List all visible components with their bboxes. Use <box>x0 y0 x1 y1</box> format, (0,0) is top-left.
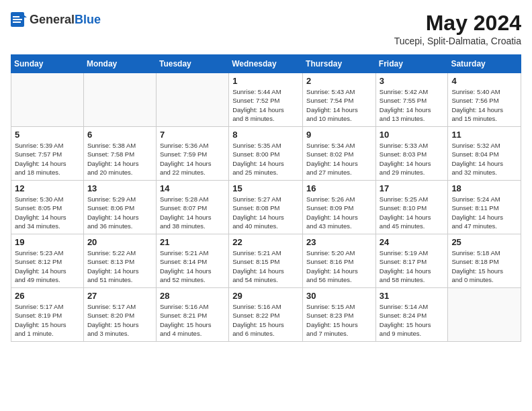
calendar-cell: 6Sunrise: 5:38 AM Sunset: 7:58 PM Daylig… <box>83 127 156 181</box>
day-number: 16 <box>306 183 372 193</box>
calendar-cell: 19Sunrise: 5:23 AM Sunset: 8:12 PM Dayli… <box>11 234 84 288</box>
day-number: 1 <box>232 76 299 86</box>
day-number: 14 <box>160 183 225 193</box>
calendar-cell <box>156 73 228 127</box>
day-number: 25 <box>451 237 517 247</box>
calendar-cell <box>83 73 156 127</box>
day-info: Sunrise: 5:21 AM Sunset: 8:14 PM Dayligh… <box>160 248 225 284</box>
calendar-cell: 3Sunrise: 5:42 AM Sunset: 7:55 PM Daylig… <box>375 73 448 127</box>
day-number: 23 <box>306 237 372 247</box>
day-info: Sunrise: 5:33 AM Sunset: 8:03 PM Dayligh… <box>380 141 445 177</box>
day-number: 11 <box>451 130 517 140</box>
day-info: Sunrise: 5:40 AM Sunset: 7:56 PM Dayligh… <box>451 87 517 123</box>
weekday-header-thursday: Thursday <box>303 55 376 73</box>
day-info: Sunrise: 5:28 AM Sunset: 8:07 PM Dayligh… <box>160 195 225 230</box>
day-info: Sunrise: 5:27 AM Sunset: 8:08 PM Dayligh… <box>232 195 299 230</box>
day-number: 28 <box>160 291 225 301</box>
calendar-cell <box>11 73 84 127</box>
calendar-table: SundayMondayTuesdayWednesdayThursdayFrid… <box>11 54 521 342</box>
day-info: Sunrise: 5:30 AM Sunset: 8:05 PM Dayligh… <box>15 195 80 230</box>
calendar-cell: 18Sunrise: 5:24 AM Sunset: 8:11 PM Dayli… <box>448 181 521 234</box>
day-info: Sunrise: 5:16 AM Sunset: 8:21 PM Dayligh… <box>160 302 225 338</box>
calendar-cell: 20Sunrise: 5:22 AM Sunset: 8:13 PM Dayli… <box>83 234 156 288</box>
calendar-cell: 17Sunrise: 5:25 AM Sunset: 8:10 PM Dayli… <box>375 181 448 234</box>
calendar-cell: 27Sunrise: 5:17 AM Sunset: 8:20 PM Dayli… <box>83 288 156 342</box>
day-number: 13 <box>87 183 152 193</box>
day-info: Sunrise: 5:34 AM Sunset: 8:02 PM Dayligh… <box>306 141 372 177</box>
day-number: 15 <box>232 183 299 193</box>
calendar-cell <box>448 288 521 342</box>
day-info: Sunrise: 5:24 AM Sunset: 8:11 PM Dayligh… <box>451 195 517 230</box>
month-title: May 2024 <box>394 11 521 36</box>
calendar-cell: 22Sunrise: 5:21 AM Sunset: 8:15 PM Dayli… <box>229 234 303 288</box>
svg-rect-3 <box>13 19 22 20</box>
day-number: 26 <box>15 291 80 301</box>
logo-general: General <box>30 13 75 27</box>
calendar-cell: 7Sunrise: 5:36 AM Sunset: 7:59 PM Daylig… <box>156 127 228 181</box>
day-info: Sunrise: 5:32 AM Sunset: 8:04 PM Dayligh… <box>451 141 517 177</box>
day-number: 19 <box>15 237 80 247</box>
day-info: Sunrise: 5:38 AM Sunset: 7:58 PM Dayligh… <box>87 141 152 177</box>
day-number: 18 <box>451 183 517 193</box>
day-info: Sunrise: 5:25 AM Sunset: 8:10 PM Dayligh… <box>380 195 445 230</box>
title-block: May 2024 Tucepi, Split-Dalmatia, Croatia <box>394 11 521 46</box>
weekday-header-saturday: Saturday <box>448 55 521 73</box>
day-number: 29 <box>232 291 299 301</box>
day-info: Sunrise: 5:36 AM Sunset: 7:59 PM Dayligh… <box>160 141 225 177</box>
day-info: Sunrise: 5:42 AM Sunset: 7:55 PM Dayligh… <box>380 87 445 123</box>
logo: General Blue <box>11 11 101 30</box>
day-number: 3 <box>380 76 445 86</box>
calendar-cell: 9Sunrise: 5:34 AM Sunset: 8:02 PM Daylig… <box>303 127 376 181</box>
day-number: 31 <box>380 291 445 301</box>
svg-rect-4 <box>13 21 21 23</box>
day-info: Sunrise: 5:17 AM Sunset: 8:20 PM Dayligh… <box>87 302 152 338</box>
day-number: 27 <box>87 291 152 301</box>
calendar-cell: 2Sunrise: 5:43 AM Sunset: 7:54 PM Daylig… <box>303 73 376 127</box>
calendar-cell: 14Sunrise: 5:28 AM Sunset: 8:07 PM Dayli… <box>156 181 228 234</box>
day-info: Sunrise: 5:35 AM Sunset: 8:00 PM Dayligh… <box>232 141 299 177</box>
day-number: 20 <box>87 237 152 247</box>
calendar-cell: 1Sunrise: 5:44 AM Sunset: 7:52 PM Daylig… <box>229 73 303 127</box>
weekday-header-sunday: Sunday <box>11 55 84 73</box>
calendar-cell: 23Sunrise: 5:20 AM Sunset: 8:16 PM Dayli… <box>303 234 376 288</box>
day-number: 24 <box>380 237 445 247</box>
weekday-header-tuesday: Tuesday <box>156 55 228 73</box>
calendar-cell: 8Sunrise: 5:35 AM Sunset: 8:00 PM Daylig… <box>229 127 303 181</box>
day-info: Sunrise: 5:14 AM Sunset: 8:24 PM Dayligh… <box>380 302 445 338</box>
calendar-week-row-3: 19Sunrise: 5:23 AM Sunset: 8:12 PM Dayli… <box>11 234 521 288</box>
day-info: Sunrise: 5:26 AM Sunset: 8:09 PM Dayligh… <box>306 195 372 230</box>
page-header: General Blue May 2024 Tucepi, Split-Dalm… <box>11 11 521 46</box>
calendar-cell: 24Sunrise: 5:19 AM Sunset: 8:17 PM Dayli… <box>375 234 448 288</box>
calendar-cell: 31Sunrise: 5:14 AM Sunset: 8:24 PM Dayli… <box>375 288 448 342</box>
calendar-cell: 5Sunrise: 5:39 AM Sunset: 7:57 PM Daylig… <box>11 127 84 181</box>
day-info: Sunrise: 5:18 AM Sunset: 8:18 PM Dayligh… <box>451 248 517 284</box>
day-info: Sunrise: 5:17 AM Sunset: 8:19 PM Dayligh… <box>15 302 80 338</box>
calendar-cell: 13Sunrise: 5:29 AM Sunset: 8:06 PM Dayli… <box>83 181 156 234</box>
calendar-cell: 4Sunrise: 5:40 AM Sunset: 7:56 PM Daylig… <box>448 73 521 127</box>
day-info: Sunrise: 5:22 AM Sunset: 8:13 PM Dayligh… <box>87 248 152 284</box>
weekday-header-wednesday: Wednesday <box>229 55 303 73</box>
day-number: 12 <box>15 183 80 193</box>
location-subtitle: Tucepi, Split-Dalmatia, Croatia <box>394 36 521 46</box>
calendar-week-row-2: 12Sunrise: 5:30 AM Sunset: 8:05 PM Dayli… <box>11 181 521 234</box>
calendar-cell: 30Sunrise: 5:15 AM Sunset: 8:23 PM Dayli… <box>303 288 376 342</box>
day-info: Sunrise: 5:23 AM Sunset: 8:12 PM Dayligh… <box>15 248 80 284</box>
weekday-header-friday: Friday <box>375 55 448 73</box>
day-number: 6 <box>87 130 152 140</box>
day-info: Sunrise: 5:44 AM Sunset: 7:52 PM Dayligh… <box>232 87 299 123</box>
calendar-cell: 15Sunrise: 5:27 AM Sunset: 8:08 PM Dayli… <box>229 181 303 234</box>
day-info: Sunrise: 5:15 AM Sunset: 8:23 PM Dayligh… <box>306 302 372 338</box>
day-number: 17 <box>380 183 445 193</box>
day-number: 10 <box>380 130 445 140</box>
logo-text: General Blue <box>30 13 101 27</box>
logo-icon <box>11 11 27 30</box>
calendar-cell: 26Sunrise: 5:17 AM Sunset: 8:19 PM Dayli… <box>11 288 84 342</box>
day-info: Sunrise: 5:43 AM Sunset: 7:54 PM Dayligh… <box>306 87 372 123</box>
day-number: 4 <box>451 76 517 86</box>
svg-rect-2 <box>13 16 19 17</box>
calendar-cell: 16Sunrise: 5:26 AM Sunset: 8:09 PM Dayli… <box>303 181 376 234</box>
logo-blue: Blue <box>75 13 101 27</box>
day-info: Sunrise: 5:16 AM Sunset: 8:22 PM Dayligh… <box>232 302 299 338</box>
day-info: Sunrise: 5:39 AM Sunset: 7:57 PM Dayligh… <box>15 141 80 177</box>
calendar-week-row-1: 5Sunrise: 5:39 AM Sunset: 7:57 PM Daylig… <box>11 127 521 181</box>
